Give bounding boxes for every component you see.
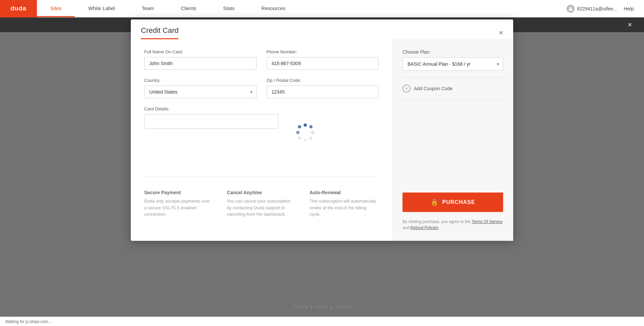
card-details-group: Card Details: xyxy=(144,106,278,149)
svg-point-5 xyxy=(304,138,307,142)
choose-plan-section: Choose Plan: BASIC Annual Plan - $168 / … xyxy=(402,49,503,71)
add-coupon-icon: + xyxy=(402,85,411,93)
add-coupon-label: Add Coupon Code xyxy=(414,86,452,91)
secure-payment-title: Secure Payment xyxy=(144,190,213,195)
svg-point-4 xyxy=(309,137,313,140)
auto-renewal-block: Auto-Renewal This subscription will auto… xyxy=(310,190,379,218)
full-name-input[interactable] xyxy=(144,57,257,70)
footer-privacy[interactable]: Privacy xyxy=(293,304,308,309)
modal-close-button[interactable]: × xyxy=(499,29,503,37)
purchase-button[interactable]: 🔒 PURCHASE xyxy=(402,193,503,212)
footer-contact[interactable]: Contact xyxy=(335,304,351,309)
user-email: 6229411a@uifee... xyxy=(577,6,617,11)
coupon-divider-top xyxy=(402,77,503,78)
help-link[interactable]: Help xyxy=(624,6,634,11)
nav-item-clients[interactable]: Clients xyxy=(167,0,210,17)
navbar-right: 6229411a@uifee... Help xyxy=(567,5,644,13)
credit-card-modal: Credit Card × Full Name On Card: Phone N… xyxy=(131,19,513,241)
modal-body: Full Name On Card: Phone Number: Country… xyxy=(131,39,513,241)
svg-point-3 xyxy=(311,131,314,134)
form-divider xyxy=(144,176,379,176)
spacer xyxy=(402,106,503,186)
card-details-input[interactable] xyxy=(144,114,278,129)
purchase-label: PURCHASE xyxy=(442,199,475,205)
secure-payment-block: Secure Payment Duda only accepts payment… xyxy=(144,190,213,218)
auto-renewal-title: Auto-Renewal xyxy=(310,190,379,195)
cancel-anytime-title: Cancel Anytime xyxy=(227,190,296,195)
phone-label: Phone Number: xyxy=(267,49,379,54)
choose-plan-label: Choose Plan: xyxy=(402,49,503,55)
status-text: Waiting for js.stripe.com... xyxy=(5,319,52,324)
svg-point-2 xyxy=(309,125,313,128)
status-bar: Waiting for js.stripe.com... xyxy=(0,317,644,326)
nav-item-resources[interactable]: Resources xyxy=(248,0,299,17)
country-label: Country: xyxy=(144,78,257,83)
plan-panel: Choose Plan: BASIC Annual Plan - $168 / … xyxy=(392,39,513,241)
card-details-row: Card Details: xyxy=(144,106,379,149)
user-menu[interactable]: 6229411a@uifee... xyxy=(567,5,617,13)
nav-item-sites[interactable]: Sites xyxy=(37,0,75,17)
modal-header: Credit Card × xyxy=(131,19,513,39)
footer-info-blocks: Secure Payment Duda only accepts payment… xyxy=(144,183,379,218)
auto-renewal-text: This subscription will automatically ren… xyxy=(310,198,379,218)
bg-close-button[interactable]: × xyxy=(623,17,637,32)
plan-select[interactable]: BASIC Annual Plan - $168 / yr xyxy=(402,57,503,71)
phone-group: Phone Number: xyxy=(267,49,379,70)
terms-of-service-link[interactable]: Terms Of Service xyxy=(472,219,502,224)
navbar-links: Sites White Label Team Clients Stats Res… xyxy=(37,0,567,17)
svg-point-6 xyxy=(298,137,301,140)
cancel-anytime-block: Cancel Anytime You can cancel your subsc… xyxy=(227,190,296,218)
refund-policies-link[interactable]: Refund Policies xyxy=(410,225,438,230)
zip-group: Zip / Postal Code: xyxy=(267,78,379,98)
name-phone-row: Full Name On Card: Phone Number: xyxy=(144,49,379,70)
plan-select-wrapper: BASIC Annual Plan - $168 / yr ▾ xyxy=(402,57,503,71)
cancel-anytime-text: You can cancel your subscription by cont… xyxy=(227,198,296,218)
footer-terms[interactable]: Terms xyxy=(316,304,327,309)
zip-input[interactable] xyxy=(267,86,379,98)
country-zip-row: Country: United States ▾ Zip / Postal Co… xyxy=(144,78,379,98)
nav-item-team[interactable]: Team xyxy=(128,0,168,17)
country-select[interactable]: United States xyxy=(144,86,257,98)
footer-links: Privacy | Terms | Contact xyxy=(293,304,351,309)
user-avatar xyxy=(567,5,575,13)
navbar: duda Sites White Label Team Clients Stat… xyxy=(0,0,644,17)
lock-icon: 🔒 xyxy=(431,199,438,206)
secure-payment-text: Duda only accepts payments over a secure… xyxy=(144,198,213,218)
svg-point-8 xyxy=(298,125,301,128)
country-select-wrapper: United States ▾ xyxy=(144,86,257,98)
full-name-group: Full Name On Card: xyxy=(144,49,257,70)
add-coupon-row[interactable]: + Add Coupon Code xyxy=(402,85,503,93)
phone-input[interactable] xyxy=(267,57,379,70)
card-details-label: Card Details: xyxy=(144,106,278,111)
loading-spinner-container xyxy=(295,106,315,149)
svg-point-7 xyxy=(296,131,300,134)
terms-text: By clicking purchase, you agree to the T… xyxy=(402,219,503,231)
country-group: Country: United States ▾ xyxy=(144,78,257,98)
nav-item-white-label[interactable]: White Label xyxy=(75,0,128,17)
nav-item-stats[interactable]: Stats xyxy=(210,0,248,17)
logo: duda xyxy=(0,0,37,17)
svg-point-1 xyxy=(304,123,307,127)
logo-text: duda xyxy=(11,5,26,12)
coupon-divider-bottom xyxy=(402,99,503,100)
form-panel: Full Name On Card: Phone Number: Country… xyxy=(131,39,392,241)
zip-label: Zip / Postal Code: xyxy=(267,78,379,83)
full-name-label: Full Name On Card: xyxy=(144,49,257,54)
loading-spinner xyxy=(295,122,315,143)
modal-title: Credit Card xyxy=(141,26,178,39)
